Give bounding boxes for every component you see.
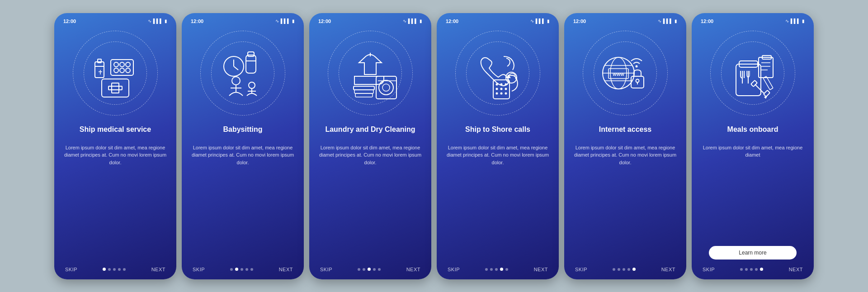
dot-1 bbox=[613, 268, 615, 271]
dot-4 bbox=[627, 268, 630, 271]
svg-point-42 bbox=[496, 83, 498, 85]
svg-point-46 bbox=[500, 88, 503, 90]
svg-rect-79 bbox=[764, 90, 770, 96]
status-icons-1: ∿ ▌▌▌ ▮ bbox=[148, 19, 167, 23]
svg-rect-14 bbox=[108, 86, 122, 90]
learn-more-button[interactable]: Learn more bbox=[709, 246, 797, 260]
dot-5 bbox=[505, 268, 508, 271]
phone-screen-2: 12:00 ∿ ▌▌▌ ▮ bbox=[182, 13, 304, 279]
svg-point-6 bbox=[114, 62, 118, 67]
screen-body-1: Lorem ipsum dolor sit dim amet, mea regi… bbox=[61, 144, 170, 263]
dot-2 bbox=[490, 268, 493, 271]
signal-icon-5: ▌▌▌ bbox=[663, 19, 673, 23]
battery-icon-3: ▮ bbox=[420, 19, 422, 23]
time-3: 12:00 bbox=[318, 19, 331, 24]
dot-active bbox=[103, 268, 106, 271]
internet-icon: WWW bbox=[596, 44, 655, 102]
bottom-nav-4: SKIP NEXT bbox=[443, 263, 552, 273]
dot-4 bbox=[755, 268, 758, 271]
icon-area-5: WWW bbox=[582, 30, 668, 116]
time-5: 12:00 bbox=[573, 19, 586, 24]
screen-body-4: Lorem ipsum dolor sit dim amet, mea regi… bbox=[443, 144, 552, 263]
screen-title-4: Ship to Shore calls bbox=[465, 121, 530, 139]
svg-rect-34 bbox=[354, 86, 374, 90]
bottom-nav-3: SKIP NEXT bbox=[316, 263, 425, 273]
icon-area-6 bbox=[710, 30, 796, 116]
time-1: 12:00 bbox=[63, 19, 76, 24]
dot-1 bbox=[740, 268, 743, 271]
screens-container: 12:00 ∿ ▌▌▌ ▮ bbox=[45, 4, 823, 288]
svg-line-20 bbox=[234, 66, 238, 70]
svg-rect-15 bbox=[246, 55, 256, 73]
status-bar-2: 12:00 ∿ ▌▌▌ ▮ bbox=[188, 18, 297, 25]
status-bar-1: 12:00 ∿ ▌▌▌ ▮ bbox=[61, 18, 170, 25]
svg-rect-13 bbox=[112, 83, 119, 93]
signal-icon-2: ▌▌▌ bbox=[281, 19, 290, 23]
dot-2 bbox=[108, 268, 111, 271]
svg-point-24 bbox=[249, 82, 255, 88]
meals-icon bbox=[723, 44, 782, 102]
dots-2 bbox=[230, 268, 253, 271]
screen-title-6: Meals onboard bbox=[727, 121, 778, 139]
shore-calls-icon bbox=[468, 44, 527, 102]
dots-6 bbox=[740, 268, 763, 271]
dot-1 bbox=[358, 268, 360, 271]
bottom-nav-1: SKIP NEXT bbox=[61, 263, 170, 273]
status-bar-4: 12:00 ∿ ▌▌▌ ▮ bbox=[443, 18, 552, 25]
status-icons-4: ∿ ▌▌▌ ▮ bbox=[530, 19, 550, 23]
svg-point-45 bbox=[496, 88, 498, 90]
bottom-nav-2: SKIP NEXT bbox=[188, 263, 297, 273]
bottom-nav-6: SKIP NEXT bbox=[698, 263, 807, 273]
status-icons-5: ∿ ▌▌▌ ▮ bbox=[658, 19, 677, 23]
dot-5 bbox=[250, 268, 253, 271]
phone-screen-6: 12:00 ∿ ▌▌▌ ▮ bbox=[692, 13, 814, 279]
svg-point-50 bbox=[505, 92, 507, 94]
screen-body-3: Lorem ipsum dolor sit dim amet, mea regi… bbox=[316, 144, 425, 263]
skip-label-1[interactable]: SKIP bbox=[65, 267, 77, 272]
skip-label-5[interactable]: SKIP bbox=[575, 267, 587, 272]
next-label-5[interactable]: NEXT bbox=[661, 267, 675, 272]
screen-title-1: Ship medical service bbox=[80, 121, 151, 139]
dot-3 bbox=[241, 268, 243, 271]
wifi-icon-2: ∿ bbox=[275, 19, 279, 23]
dot-active bbox=[632, 268, 636, 271]
next-label-3[interactable]: NEXT bbox=[406, 267, 420, 272]
babysitting-icon bbox=[213, 44, 272, 102]
screen-body-6: Lorem ipsum dolor sit dim amet, mea regi… bbox=[698, 144, 807, 242]
dot-active bbox=[368, 268, 371, 271]
icon-area-2 bbox=[200, 30, 286, 116]
next-label-4[interactable]: NEXT bbox=[534, 267, 548, 272]
icon-area-4 bbox=[455, 30, 541, 116]
screen-title-3: Laundry and Dry Cleaning bbox=[325, 121, 415, 139]
dot-1 bbox=[230, 268, 233, 271]
skip-label-3[interactable]: SKIP bbox=[320, 267, 332, 272]
screen-title-5: Internet access bbox=[599, 121, 652, 139]
svg-point-10 bbox=[120, 68, 124, 73]
status-bar-3: 12:00 ∿ ▌▌▌ ▮ bbox=[316, 18, 425, 25]
icon-area-3 bbox=[327, 30, 413, 116]
next-label-2[interactable]: NEXT bbox=[279, 267, 293, 272]
dots-3 bbox=[358, 268, 381, 271]
status-bar-5: 12:00 ∿ ▌▌▌ ▮ bbox=[571, 18, 680, 25]
svg-point-9 bbox=[114, 68, 118, 73]
status-icons-3: ∿ ▌▌▌ ▮ bbox=[403, 19, 422, 23]
dot-4 bbox=[373, 268, 376, 271]
phone-screen-4: 12:00 ∿ ▌▌▌ ▮ bbox=[437, 13, 559, 279]
dot-3 bbox=[750, 268, 753, 271]
svg-point-32 bbox=[382, 84, 390, 91]
screen-title-2: Babysitting bbox=[223, 121, 262, 139]
skip-label-2[interactable]: SKIP bbox=[193, 267, 205, 272]
dots-5 bbox=[613, 268, 636, 271]
next-label-1[interactable]: NEXT bbox=[151, 267, 165, 272]
dot-3 bbox=[495, 268, 498, 271]
wifi-icon-4: ∿ bbox=[530, 19, 534, 23]
svg-rect-0 bbox=[95, 62, 104, 78]
wifi-icon-3: ∿ bbox=[403, 19, 406, 23]
status-icons-6: ∿ ▌▌▌ ▮ bbox=[785, 19, 805, 23]
svg-point-49 bbox=[500, 92, 503, 94]
wifi-icon-5: ∿ bbox=[658, 19, 661, 23]
skip-label-4[interactable]: SKIP bbox=[448, 267, 460, 272]
next-label-6[interactable]: NEXT bbox=[789, 267, 803, 272]
skip-label-6[interactable]: SKIP bbox=[703, 267, 715, 272]
signal-icon-4: ▌▌▌ bbox=[536, 19, 545, 23]
